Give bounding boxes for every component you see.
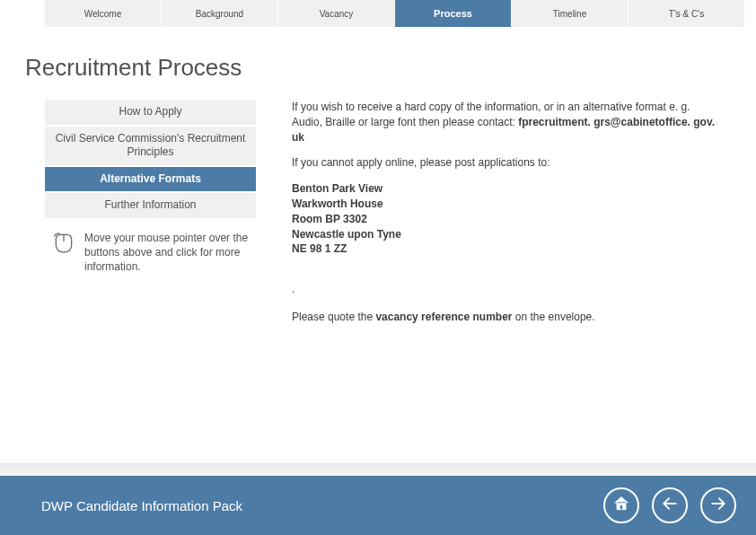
arrow-left-icon — [661, 495, 679, 516]
home-button[interactable] — [603, 487, 639, 523]
sidebar-item-further-information[interactable]: Further Information — [45, 193, 256, 218]
sidebar-item-csc-principles[interactable]: Civil Service Commission's Recruitment P… — [45, 127, 256, 165]
quote-bold: vacancy reference number — [375, 311, 512, 323]
address-line-1: Benton Park View — [292, 181, 720, 197]
tab-vacancy[interactable]: Vacancy — [278, 0, 394, 27]
tab-timeline[interactable]: Timeline — [512, 0, 628, 27]
mouse-icon — [52, 231, 75, 254]
sidebar-hint-text: Move your mouse pointer over the buttons… — [84, 231, 254, 275]
post-address: Benton Park View Warkworth House Room BP… — [292, 181, 720, 257]
intro-paragraph: If you wish to receive a hard copy of th… — [292, 100, 720, 145]
separator-dot: . — [292, 282, 720, 297]
top-tabs: Welcome Background Vacancy Process Timel… — [45, 0, 756, 27]
tab-ts-and-cs[interactable]: T's & C's — [629, 0, 744, 27]
sidebar: How to Apply Civil Service Commission's … — [45, 100, 256, 336]
sidebar-item-alternative-formats[interactable]: Alternative Formats — [45, 167, 256, 192]
footer-icons — [603, 487, 736, 523]
page-title: Recruitment Process — [25, 54, 756, 82]
address-line-2: Warkworth House — [292, 197, 720, 212]
footer: DWP Candidate Information Pack — [0, 463, 756, 535]
quote-instruction: Please quote the vacancy reference numbe… — [292, 310, 720, 325]
address-line-3: Room BP 3302 — [292, 212, 720, 227]
next-button[interactable] — [700, 487, 736, 523]
quote-text-c: on the envelope. — [513, 311, 595, 323]
sidebar-item-how-to-apply[interactable]: How to Apply — [45, 100, 256, 125]
footer-title: DWP Candidate Information Pack — [41, 498, 242, 513]
home-icon — [612, 495, 630, 516]
tab-welcome[interactable]: Welcome — [45, 0, 161, 27]
tab-background[interactable]: Background — [162, 0, 277, 27]
arrow-right-icon — [709, 495, 727, 516]
quote-text-a: Please quote the — [292, 311, 375, 323]
tab-process[interactable]: Process — [395, 0, 511, 27]
post-instruction: If you cannot apply online, please post … — [292, 155, 720, 171]
footer-shade — [0, 463, 756, 476]
previous-button[interactable] — [652, 487, 688, 523]
address-line-4: Newcastle upon Tyne — [292, 227, 720, 242]
address-line-5: NE 98 1 ZZ — [292, 241, 720, 257]
main-content: If you wish to receive a hard copy of th… — [256, 100, 756, 336]
